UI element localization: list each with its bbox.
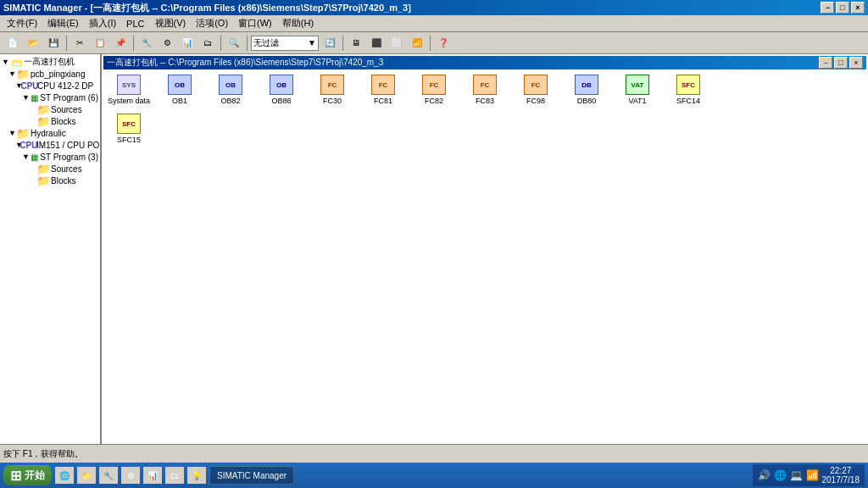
taskbar-simatic5-icon[interactable]: 💡 [187, 467, 206, 484]
tree-item-im151[interactable]: ▼ CPU IM151 / CPU PO [15, 139, 98, 151]
fc81-icon-box: FC [371, 75, 395, 95]
taskbar-ie-icon[interactable]: 🌐 [55, 467, 74, 484]
toolbar-simatic[interactable]: ⬛ [367, 35, 386, 52]
toolbar-sep4 [247, 36, 248, 51]
inner-maximize-button[interactable]: □ [834, 57, 848, 69]
icon-sfc15[interactable]: SFC SFC15 [105, 110, 153, 146]
toolbar-online[interactable]: 🖥 [347, 35, 365, 52]
fc98-label: FC98 [526, 97, 545, 105]
system-data-label: System data [108, 97, 150, 105]
ob82-icon: OB [217, 73, 244, 97]
menu-help[interactable]: 帮助(H) [277, 15, 319, 31]
tree-item-blocks2[interactable]: 📁 Blocks [29, 175, 98, 186]
icon-ob82[interactable]: OB OB82 [207, 71, 254, 107]
db80-label: DB80 [577, 97, 597, 105]
toolbar-cut[interactable]: ✂ [70, 35, 89, 52]
toolbar-filter-btn[interactable]: 🔄 [320, 35, 339, 52]
inner-window-title: 一高速打包机 -- C:\Program Files (x86)\Siemens… [103, 56, 866, 69]
program-icon-3: ▦ [30, 152, 38, 162]
minimize-button[interactable]: － [821, 2, 834, 14]
taskbar-simatic4-icon[interactable]: 🗂 [165, 467, 184, 484]
dropdown-arrow-icon: ▼ [308, 38, 316, 47]
windows-logo-icon: ⊞ [10, 468, 21, 484]
icon-fc82[interactable]: FC FC82 [410, 71, 458, 107]
project-icon: 🗃 [10, 57, 22, 67]
tray-icon3: 💻 [790, 469, 803, 481]
icon-fc81[interactable]: FC FC81 [359, 71, 407, 107]
toolbar-btn5[interactable]: 🔧 [137, 35, 156, 52]
sfc15-label: SFC15 [117, 136, 141, 144]
tree-item-sources1[interactable]: 📁 Sources [29, 103, 98, 115]
filter-value: 无过滤 [253, 37, 279, 49]
taskbar-active-item[interactable]: SIMATIC Manager [209, 466, 294, 485]
start-button[interactable]: ⊞ 开始 [3, 465, 52, 485]
icon-ob86[interactable]: OB OB86 [258, 71, 305, 107]
taskbar: ⊞ 开始 🌐 📁 🔧 ⚙ 📊 🗂 💡 SIMATIC Manager 🔊 🌐 💻… [0, 463, 868, 488]
toolbar-btn12[interactable]: ⬜ [387, 35, 406, 52]
tree-item-stprog6[interactable]: ▼ ▦ ST Program (6) [22, 92, 98, 103]
icon-fc30[interactable]: FC FC30 [309, 71, 356, 107]
taskbar-simatic1-icon[interactable]: 🔧 [99, 467, 118, 484]
toolbar-copy[interactable]: 📋 [91, 35, 109, 52]
tree-root[interactable]: ▼ 🗃 一高速打包机 [2, 56, 98, 68]
tree-label-pcb: pcb_pingxiang [31, 69, 86, 79]
folder-icon-blk2: 📁 [37, 175, 49, 186]
toolbar: 📄 📂 💾 ✂ 📋 📌 🔧 ⚙ 📊 🗂 🔍 无过滤 ▼ 🔄 🖥 ⬛ ⬜ 📶 ❓ [0, 32, 868, 54]
close-button[interactable]: × [851, 2, 865, 14]
menu-file[interactable]: 文件(F) [2, 15, 42, 31]
icon-db80[interactable]: DB DB80 [563, 71, 610, 107]
toolbar-paste[interactable]: 📌 [111, 35, 130, 52]
taskbar-explorer-icon[interactable]: 📁 [77, 467, 96, 484]
icon-sfc14[interactable]: SFC SFC14 [665, 71, 712, 107]
tree-item-sources2[interactable]: 📁 Sources [29, 163, 98, 175]
menu-options[interactable]: 活项(O) [191, 15, 233, 31]
fc83-icon: FC [471, 73, 498, 97]
sfc15-icon-box: SFC [117, 114, 141, 134]
menu-plc[interactable]: PLC [121, 17, 149, 30]
status-bar: 按下 F1，获得帮助。 [0, 444, 868, 463]
menu-view[interactable]: 视图(V) [150, 15, 192, 31]
fc83-label: FC83 [476, 97, 494, 105]
tree-item-stprog3[interactable]: ▼ ▦ ST Program (3) [22, 151, 98, 163]
tree-item-hydraulic[interactable]: ▼ 📁 Hydraulic [8, 127, 98, 139]
menu-window[interactable]: 窗口(W) [233, 15, 277, 31]
toolbar-save[interactable]: 💾 [44, 35, 63, 52]
taskbar-simatic2-icon[interactable]: ⚙ [121, 467, 140, 484]
tree-panel: ▼ 🗃 一高速打包机 ▼ 📁 pcb_pingxiang ▼ CPU CPU 4… [0, 54, 102, 444]
tray-time[interactable]: 22:27 2017/7/18 [822, 466, 860, 485]
fc82-label: FC82 [425, 97, 443, 105]
tree-label-blocks1: Blocks [51, 117, 75, 126]
inner-minimize-button[interactable]: － [819, 57, 832, 69]
toolbar-btn6[interactable]: ⚙ [158, 35, 176, 52]
maximize-button[interactable]: □ [836, 2, 849, 14]
menu-edit[interactable]: 编辑(E) [42, 15, 84, 31]
taskbar-simatic3-icon[interactable]: 📊 [143, 467, 162, 484]
toolbar-btn9[interactable]: 🔍 [225, 35, 243, 52]
tree-label-hydraulic: Hydraulic [31, 129, 66, 138]
inner-close-button[interactable]: × [849, 57, 863, 69]
tree-item-pcb[interactable]: ▼ 📁 pcb_pingxiang [8, 68, 98, 80]
icon-system-data[interactable]: SYS System data [105, 71, 153, 107]
toolbar-btn7[interactable]: 📊 [178, 35, 197, 52]
tree-item-cpu412[interactable]: ▼ CPU CPU 412-2 DP [15, 80, 98, 92]
content-icons-row2: SFC SFC15 [103, 108, 866, 147]
fc82-icon: FC [420, 73, 448, 97]
toolbar-new[interactable]: 📄 [3, 35, 22, 52]
menu-insert[interactable]: 插入(I) [84, 15, 121, 31]
toolbar-filter-dropdown[interactable]: 无过滤 ▼ [251, 36, 319, 51]
icon-vat1[interactable]: VAT VAT1 [614, 71, 661, 107]
toolbar-help[interactable]: ❓ [434, 35, 453, 52]
icon-fc83[interactable]: FC FC83 [461, 71, 509, 107]
icon-fc98[interactable]: FC FC98 [512, 71, 559, 107]
fc30-label: FC30 [323, 97, 342, 105]
toolbar-btn8[interactable]: 🗂 [198, 35, 217, 52]
tree-expand-stprog6: ▼ [22, 93, 30, 102]
toolbar-btn13[interactable]: 📶 [408, 35, 426, 52]
ob1-label: OB1 [172, 97, 187, 105]
icon-ob1[interactable]: OB OB1 [156, 71, 203, 107]
toolbar-open[interactable]: 📂 [24, 35, 42, 52]
fc83-icon-box: FC [473, 75, 497, 95]
tree-item-blocks1[interactable]: 📁 Blocks [29, 115, 98, 127]
tree-label-cpu412: CPU 412-2 DP [37, 81, 93, 91]
fc98-icon-box: FC [524, 75, 548, 95]
